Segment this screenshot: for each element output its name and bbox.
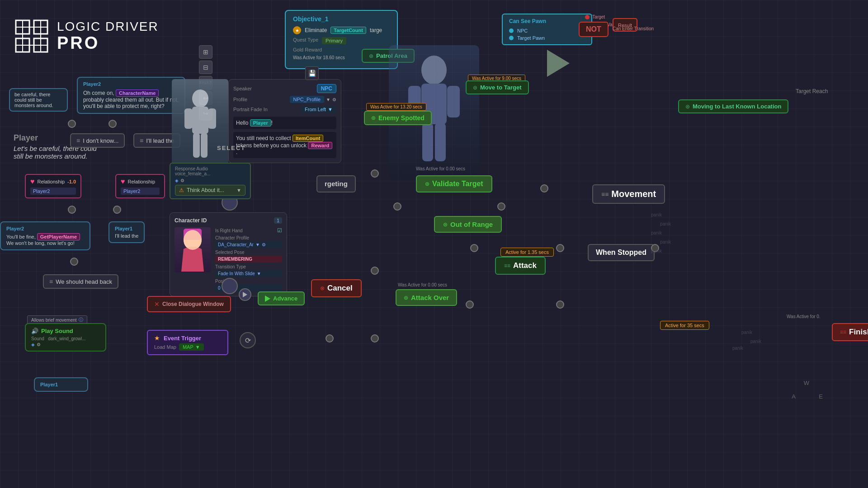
sound-icon-1: ◈ [31, 342, 35, 347]
char-id-badge: 1 [274, 217, 282, 224]
cancel-node[interactable]: ⊗ Cancel [311, 279, 362, 297]
collect-text-area: You still need to collect ItemCount toke… [233, 132, 336, 158]
player1-bottom-node: Player1 [34, 377, 88, 392]
active-135-badge: Active for 1.35 secs [500, 248, 554, 257]
enemy-spotted-node[interactable]: ⊛ Enemy Spotted [364, 111, 432, 125]
char-profile-row: Character Profile DA_Character_Ar ▼ ⚙ [215, 235, 282, 248]
collect-text: You still need to collect [236, 135, 291, 141]
connector-left-1 [68, 120, 76, 128]
player2-lower-text: You'll be fine, GetPlayerName We won't b… [6, 233, 84, 246]
transition-label: Transition Type [215, 264, 282, 269]
i-dont-know-node[interactable]: ≡ I don't know... [70, 133, 125, 148]
character-avatar [172, 79, 228, 172]
player2-label: Player2 [83, 81, 179, 87]
event-trigger-node[interactable]: ★ Event Trigger Load Map MAP ▼ [147, 330, 228, 355]
close-dialogue-button[interactable]: ✕ Close Dialogue Window [147, 296, 231, 312]
quest-type-value: Primary [322, 37, 346, 44]
attack-over-icon: ⊛ [404, 295, 408, 301]
save-button[interactable]: 💾 [305, 66, 319, 80]
char-name-tag: CharacterName [116, 89, 159, 97]
finish-icon: ≡≡ [840, 329, 846, 335]
logo-icon [14, 18, 50, 54]
move-to-target-node[interactable]: ⊛ Move to Target [466, 80, 529, 94]
eliminate-row: ★ Eliminate TargetCount targe [293, 26, 390, 34]
target-text: targe [370, 27, 382, 33]
was-active-1320-badge: Was Active for 13.20 secs [366, 103, 426, 111]
select-label: SELECT [217, 145, 245, 151]
toolbar-btn-2[interactable]: ⊟ [199, 61, 212, 74]
checkbox-checked: ☑ [277, 227, 282, 234]
char-portrait [175, 227, 211, 272]
think-about-it-row[interactable]: ⚠ Think About it... ▼ [175, 185, 245, 196]
connector-left-2 [108, 120, 117, 128]
map-chevron: ▼ [195, 344, 200, 350]
targeting-label: rgeting [325, 180, 348, 188]
event-trigger-label: Event Trigger [164, 335, 201, 342]
validate-target-label: Validate Target [432, 180, 483, 188]
targeting-node[interactable]: rgeting [316, 175, 356, 192]
not-label: NOT [586, 25, 601, 33]
history-button[interactable]: ⟳ [240, 332, 256, 348]
quest-title: Objective_1 [293, 15, 390, 23]
star-inner: ★ [295, 28, 299, 33]
target-out-label: Target [592, 14, 605, 19]
star-icon: ★ [154, 334, 160, 342]
when-stopped-node[interactable]: When Stopped [588, 244, 655, 261]
advance-play-icon [265, 296, 270, 302]
svg-rect-39 [447, 86, 460, 117]
attack-over-label: Attack Over [411, 294, 449, 301]
map-dropdown[interactable]: MAP ▼ [179, 343, 204, 351]
finish-node[interactable]: ≡≡ Finish [832, 323, 868, 341]
relationship-node-1: ♥ Relationship -1.0 Player2 [25, 174, 81, 198]
enemy-icon: ⊛ [371, 115, 376, 121]
char-profile-value: DA_Character_Ar [218, 242, 254, 247]
response-audio-label: Response Audio voice_female_a... [175, 166, 245, 176]
npc-row-label: NPC [517, 28, 528, 33]
rel-value-1: -1.0 [67, 179, 76, 184]
char-profile-chevron: ▼ [255, 242, 260, 247]
response-audio-area: Response Audio voice_female_a... ◈ ⚙ ⚠ T… [170, 163, 251, 199]
quest-type-row: Quest Type Primary [293, 37, 390, 44]
play-button-2[interactable] [222, 278, 238, 294]
can-see-pawn-rows: NPC Target Pawn [509, 28, 585, 41]
transition-value-row[interactable]: Fade In With Slide ▼ [215, 270, 282, 277]
player2-speech-node: Player2 Oh come on, CharacterName probab… [77, 77, 185, 114]
attack-over-node[interactable]: ⊛ Attack Over [396, 289, 457, 306]
not-node[interactable]: NOT [579, 22, 609, 37]
large-arrow [547, 50, 570, 77]
logo-line2: PRO [57, 34, 159, 53]
player1-bottom-label: Player1 [40, 382, 82, 387]
profile-value-area: NPC_Profile ▼ ⚙ [290, 96, 336, 103]
play-button-3[interactable] [239, 288, 251, 301]
portrait-dropdown[interactable]: From Left ▼ [301, 106, 336, 113]
panik-label-1: panik [651, 212, 662, 217]
attack-node[interactable]: ≡≡ Attack [495, 257, 546, 275]
attack-label: Attack [513, 261, 537, 270]
eliminate-label: Eliminate [305, 27, 327, 33]
movement-node[interactable]: ≡≡ Movement [592, 184, 665, 204]
we-should-head-back-node[interactable]: ≡ We should head back [43, 274, 118, 289]
speaker-label: Speaker [233, 86, 252, 91]
map-label: MAP [183, 344, 193, 350]
target-pawn-row: Target Pawn [509, 35, 585, 41]
connector-6 [556, 244, 564, 252]
moving-to-last-known-node[interactable]: ⊛ Moving to Last Known Location [678, 99, 788, 113]
rel-target-1: Player2 [30, 188, 76, 195]
close-x-icon: ✕ [154, 300, 160, 308]
panik-label-3: panik [651, 230, 662, 235]
panik-label-2: panik [660, 221, 671, 226]
advance-button[interactable]: Advance [258, 291, 305, 305]
char-portrait-svg [177, 229, 208, 272]
play-icon-3 [243, 292, 247, 297]
i-dont-know-label: I don't know... [83, 137, 118, 144]
item-count-tag: ItemCount [292, 135, 323, 142]
toolbar-btn-1[interactable]: ⊞ [199, 45, 212, 59]
profile-gear: ⚙ [332, 97, 336, 102]
was-active-1320-text: Was Active for 13.20 secs [370, 104, 422, 109]
validate-target-node[interactable]: ⊛ Validate Target [416, 175, 492, 192]
target-pawn-label: Target Pawn [517, 35, 545, 41]
out-of-range-node[interactable]: ⊛ Out of Range [434, 216, 502, 233]
play-sound-node[interactable]: 🔊 Play Sound Sound dark_wind_growl... ◈ … [25, 323, 106, 352]
attack-icon: ≡≡ [504, 263, 510, 269]
mannequin-svg [182, 89, 218, 162]
